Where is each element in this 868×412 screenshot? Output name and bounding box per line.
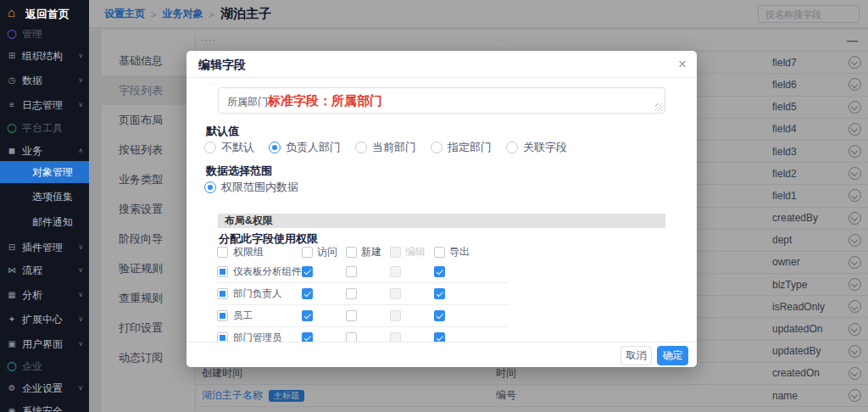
sidebar-item-user-interface[interactable]: ▣用户界面∨ [0, 333, 89, 355]
layout-permission-section-header: 布局&权限 [218, 214, 665, 228]
radio-option-specified-dept[interactable]: 指定部门 [431, 140, 492, 155]
perm-row: 员工 [217, 305, 509, 327]
access-all-checkbox[interactable] [302, 247, 313, 258]
chevron-down-icon: ∨ [78, 70, 83, 92]
export-checkbox[interactable] [434, 266, 445, 277]
back-home-button[interactable]: ⌂ 返回首页 [0, 4, 89, 25]
modal-title: 编辑字段 [186, 58, 246, 71]
select-all-checkbox[interactable] [217, 247, 228, 258]
export-checkbox[interactable] [434, 288, 445, 299]
create-checkbox[interactable] [346, 310, 357, 321]
row-checkbox-indeterminate[interactable] [217, 310, 228, 321]
extension-icon: ✦ [6, 309, 18, 331]
edit-all-checkbox [390, 247, 401, 258]
system-security-icon: ◉ [6, 400, 18, 412]
sidebar-item-option-sets[interactable]: 选项值集 [0, 186, 89, 208]
access-checkbox[interactable] [302, 310, 313, 321]
create-checkbox[interactable] [346, 266, 357, 277]
sidebar-item-manage[interactable]: ◯管理 [0, 23, 89, 45]
sidebar: ⌂ 返回首页 ◯管理 ⊞组织结构∨ ◷数据∨ ≡日志管理∨ ◯平台工具 ◼业务∧… [0, 0, 89, 412]
chevron-down-icon: ∨ [78, 45, 83, 67]
field-name-textarea[interactable]: 所属部门 标准字段：所属部门 [218, 87, 665, 114]
row-checkbox-indeterminate[interactable] [217, 266, 228, 277]
sidebar-item-org-structure[interactable]: ⊞组织结构∨ [0, 45, 89, 67]
edit-checkbox [390, 310, 401, 321]
field-name-value: 所属部门 [227, 95, 268, 109]
annotation-text: 标准字段：所属部门 [268, 93, 382, 109]
edit-checkbox [390, 266, 401, 277]
radio-option-no-default[interactable]: 不默认 [204, 140, 254, 155]
export-checkbox[interactable] [434, 310, 445, 321]
business-icon: ◼ [6, 140, 18, 162]
close-icon[interactable]: × [678, 51, 687, 78]
export-checkbox[interactable] [434, 332, 445, 342]
sidebar-item-platform-tools[interactable]: ◯平台工具 [0, 117, 89, 139]
sidebar-item-extension-center[interactable]: ✦扩展中心∨ [0, 309, 89, 331]
chevron-down-icon: ∨ [78, 284, 83, 306]
faint-label: ··· [210, 81, 220, 88]
row-checkbox-indeterminate[interactable] [217, 288, 228, 299]
enterprise-icon: ◯ [6, 355, 18, 377]
org-structure-icon: ⊞ [6, 45, 18, 67]
plugin-icon: ⊟ [6, 237, 18, 259]
row-checkbox-indeterminate[interactable] [217, 332, 228, 342]
process-icon: ⋈ [6, 259, 18, 281]
radio-option-owner-dept[interactable]: 负责人部门 [269, 140, 341, 155]
perm-row: 仪表板分析组件 [217, 261, 509, 283]
modal-footer: 取消 确定 [186, 342, 697, 367]
radio-selected-icon[interactable] [269, 142, 281, 153]
perm-row: 部门管理员 [217, 327, 509, 342]
create-all-checkbox[interactable] [346, 247, 357, 258]
user-interface-icon: ▣ [6, 333, 18, 355]
chevron-down-icon: ∨ [78, 237, 83, 259]
edit-checkbox [390, 288, 401, 299]
manage-icon: ◯ [6, 23, 18, 45]
sidebar-item-log-management[interactable]: ≡日志管理∨ [0, 94, 89, 116]
access-checkbox[interactable] [302, 332, 313, 342]
back-home-label: 返回首页 [25, 7, 70, 22]
data-scope-radio-group: 权限范围内数据 [204, 180, 313, 195]
sidebar-item-email-notification[interactable]: 邮件通知 [0, 211, 89, 233]
default-value-label: 默认值 [206, 124, 239, 139]
export-all-checkbox[interactable] [434, 247, 445, 258]
sidebar-item-enterprise[interactable]: ◯企业 [0, 355, 89, 377]
radio-option-related-field[interactable]: 关联字段 [506, 140, 567, 155]
sidebar-item-business[interactable]: ◼业务∧ [0, 140, 89, 162]
create-checkbox[interactable] [346, 332, 357, 342]
radio-icon[interactable] [431, 142, 442, 153]
sidebar-item-process[interactable]: ⋈流程∨ [0, 259, 89, 281]
perm-row: 部门负责人 [217, 283, 509, 305]
sidebar-item-analysis[interactable]: ▦分析∨ [0, 284, 89, 306]
enterprise-settings-icon: ⚙ [6, 377, 18, 399]
create-checkbox[interactable] [346, 288, 357, 299]
radio-icon[interactable] [506, 142, 518, 153]
radio-icon[interactable] [355, 142, 367, 153]
radio-option-current-dept[interactable]: 当前部门 [355, 140, 416, 155]
log-icon: ≡ [6, 94, 18, 116]
permission-table-header: 权限组 访问 新建 编辑 导出 [217, 242, 509, 261]
sidebar-item-enterprise-settings[interactable]: ⚙企业设置∨ [0, 377, 89, 399]
chevron-down-icon: ∨ [78, 259, 83, 281]
platform-tools-icon: ◯ [6, 117, 18, 139]
radio-selected-icon[interactable] [204, 181, 216, 193]
sidebar-item-plugin-management[interactable]: ⊟插件管理∨ [0, 237, 89, 259]
edit-field-modal: 编辑字段 × ··· 所属部门 标准字段：所属部门 默认值 不默认 负责人部门 … [186, 51, 697, 367]
confirm-button[interactable]: 确定 [657, 346, 688, 365]
data-icon: ◷ [6, 70, 18, 92]
chevron-down-icon: ∨ [78, 377, 83, 399]
sidebar-item-data[interactable]: ◷数据∨ [0, 70, 89, 92]
radio-option-permission-scope[interactable]: 权限范围内数据 [204, 180, 298, 195]
cancel-button[interactable]: 取消 [620, 346, 652, 365]
resize-handle-icon[interactable] [655, 103, 663, 111]
access-checkbox[interactable] [302, 288, 313, 299]
analysis-icon: ▦ [6, 284, 18, 306]
modal-header: 编辑字段 × [186, 51, 697, 78]
sidebar-item-object-management[interactable]: 对象管理 [0, 161, 89, 183]
default-value-radio-group: 不默认 负责人部门 当前部门 指定部门 关联字段 [204, 140, 581, 155]
edit-checkbox [390, 332, 401, 342]
chevron-down-icon: ∨ [78, 333, 83, 355]
chevron-up-icon: ∧ [78, 140, 83, 162]
sidebar-item-system-security[interactable]: ◉系统安全 [0, 400, 89, 412]
access-checkbox[interactable] [302, 266, 313, 277]
radio-icon[interactable] [204, 142, 216, 153]
